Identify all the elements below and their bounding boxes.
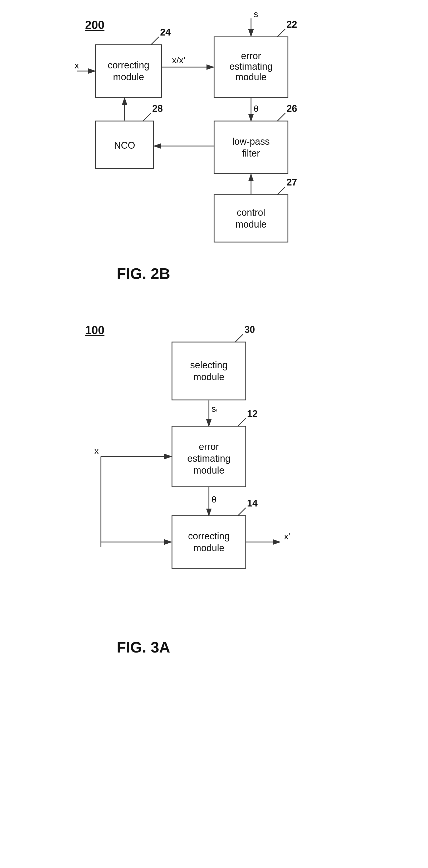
ref30-text: 30: [245, 324, 255, 335]
correcting-text2-3a: module: [193, 542, 224, 553]
fig3a-section: 100 selecting module 30 sᵢ 12 error esti…: [69, 316, 359, 671]
correcting-module-text1: correcting: [108, 60, 149, 70]
x-prime-label-3a: x': [284, 531, 290, 541]
low-pass-text1: low-pass: [232, 136, 269, 147]
fig2b-label: 200: [85, 19, 104, 31]
control-text1: control: [236, 207, 265, 218]
theta-label-3a: θ: [211, 494, 217, 504]
si-label: sᵢ: [254, 10, 260, 19]
correcting-module-text2: module: [113, 71, 144, 82]
selecting-text2: module: [193, 372, 224, 382]
error-estimating-text3: module: [235, 71, 266, 82]
ref22-tick: [277, 29, 285, 37]
error-est-text3-3a: module: [193, 465, 224, 476]
ref12-tick: [238, 418, 246, 426]
ref26-tick: [277, 113, 285, 121]
fig3a-svg: 100 selecting module 30 sᵢ 12 error esti…: [69, 316, 359, 671]
error-est-text1-3a: error: [199, 441, 219, 452]
theta-label: θ: [254, 104, 259, 114]
ref14-text: 14: [247, 498, 258, 508]
error-estimating-text1: error: [241, 51, 261, 61]
selecting-module-box: [172, 342, 246, 400]
low-pass-text2: filter: [242, 148, 260, 159]
ref14-tick: [238, 508, 246, 516]
fig2b-title: FIG. 2B: [117, 265, 170, 282]
correcting-text1-3a: correcting: [188, 531, 229, 541]
error-est-text2-3a: estimating: [187, 453, 230, 464]
control-module-box: [214, 195, 288, 242]
low-pass-filter-box: [214, 121, 288, 174]
x-prime-label: x/x': [172, 55, 185, 65]
fig2b-svg: 200 correcting module 24 error estimatin…: [69, 10, 359, 300]
control-text2: module: [235, 219, 266, 230]
page: 200 correcting module 24 error estimatin…: [0, 0, 428, 868]
ref28-tick: [143, 113, 151, 121]
x-label: x: [75, 60, 79, 70]
ref24-tick: [151, 37, 159, 45]
ref12-text: 12: [247, 408, 258, 419]
error-estimating-text2: estimating: [229, 61, 272, 72]
fig3a-label: 100: [85, 323, 104, 337]
si-label-3a: sᵢ: [211, 404, 218, 413]
ref27-tick: [277, 187, 285, 195]
ref28-text: 28: [152, 103, 163, 114]
selecting-text1: selecting: [190, 360, 227, 370]
ref27-text: 27: [287, 177, 297, 188]
nco-text: NCO: [114, 140, 135, 151]
ref26-text: 26: [287, 103, 297, 114]
correcting-module-box: [95, 45, 162, 97]
correcting-module-box-3a: [172, 516, 246, 568]
fig3a-title: FIG. 3A: [117, 639, 170, 656]
ref30-tick: [235, 334, 243, 342]
x-label-3a: x: [94, 446, 99, 456]
ref22-text: 22: [287, 19, 297, 30]
ref24-text: 24: [160, 27, 171, 38]
fig2b-section: 200 correcting module 24 error estimatin…: [69, 10, 359, 300]
